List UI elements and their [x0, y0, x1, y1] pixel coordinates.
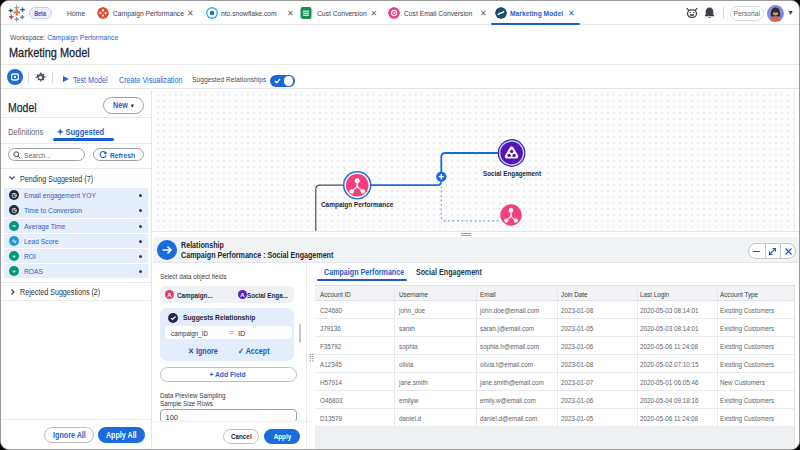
- svg-text:Campaign Performance: Campaign Performance: [321, 200, 394, 209]
- svg-text:A: A: [167, 292, 172, 298]
- svg-text:Social Engagement: Social Engagement: [483, 169, 541, 178]
- svg-text:A: A: [240, 292, 245, 298]
